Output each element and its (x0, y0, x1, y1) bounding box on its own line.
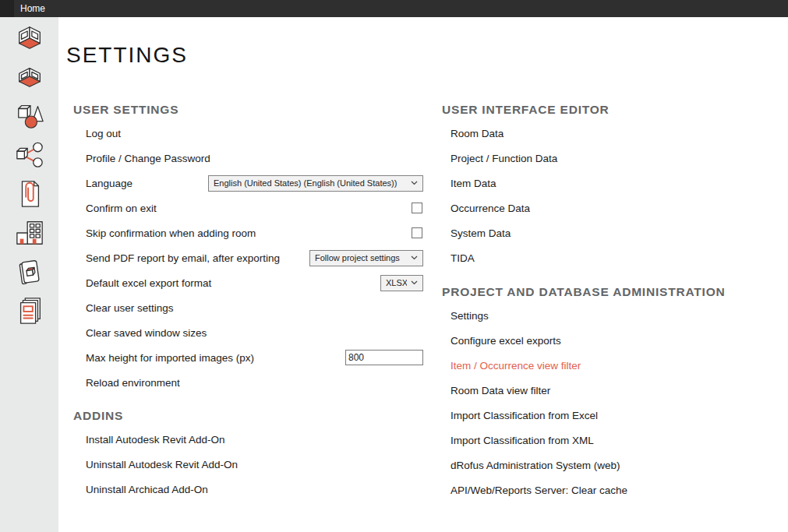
sidebar (0, 17, 58, 532)
max-height-label: Max height for imported images (px) (86, 352, 254, 364)
product-catalog-icon (15, 257, 44, 287)
sidebar-item-room-data[interactable] (12, 23, 47, 53)
item-occurrence-view-filter-link[interactable]: Item / Occurrence view filter (451, 360, 581, 372)
confirm-on-exit-label: Confirm on exit (86, 203, 157, 214)
chevron-down-icon (411, 255, 418, 260)
language-select[interactable]: English (United States) (English (United… (208, 175, 423, 192)
systems-icon (15, 140, 44, 170)
language-label: Language (86, 178, 133, 189)
import-classification-excel-link[interactable]: Import Classification from Excel (451, 410, 598, 421)
import-classification-xml-link[interactable]: Import Classification from XML (451, 435, 594, 446)
page-title: SETTINGS (66, 43, 188, 68)
home-menu-item[interactable]: Home (16, 3, 50, 14)
sidebar-item-reports[interactable] (12, 296, 47, 326)
user-settings-heading: USER SETTINGS (73, 98, 423, 121)
default-excel-format-select[interactable]: XLSX (380, 275, 423, 291)
chevron-down-icon (411, 181, 418, 185)
left-column: USER SETTINGS Log out Profile / Change P… (66, 98, 423, 502)
chevron-down-icon (411, 280, 418, 285)
drofus-admin-system-link[interactable]: dRofus Administration System (web) (451, 460, 620, 471)
room-icon (15, 23, 44, 53)
main-content: SETTINGS USER SETTINGS Log out Profile /… (58, 17, 788, 532)
top-menu-bar: Home (0, 0, 788, 17)
send-pdf-report-label: Send PDF report by email, after exportin… (86, 252, 280, 264)
log-out-link[interactable]: Log out (86, 128, 121, 139)
sidebar-item-attachments[interactable] (12, 179, 47, 209)
configure-excel-exports-link[interactable]: Configure excel exports (451, 335, 561, 347)
admin-settings-link[interactable]: Settings (451, 310, 489, 322)
clear-user-settings-link[interactable]: Clear user settings (86, 302, 174, 314)
ui-editor-heading: USER INTERFACE EDITOR (442, 98, 782, 121)
skip-confirmation-label: Skip confirmation when adding room (86, 227, 256, 239)
admin-heading: PROJECT AND DATABASE ADMINISTRATION (442, 280, 782, 303)
uninstall-revit-addon-link[interactable]: Uninstall Autodesk Revit Add-On (86, 459, 238, 470)
items-icon (15, 101, 44, 131)
install-revit-addon-link[interactable]: Install Autodesk Revit Add-On (86, 434, 225, 446)
sidebar-item-systems[interactable] (12, 140, 47, 170)
item-data-link[interactable]: Item Data (451, 178, 496, 189)
attachment-icon (15, 179, 44, 209)
uninstall-archicad-addon-link[interactable]: Uninstall Archicad Add-On (86, 484, 208, 495)
building-icon (15, 218, 44, 248)
room-data-view-filter-link[interactable]: Room Data view filter (451, 385, 550, 396)
max-height-input[interactable] (345, 350, 423, 365)
sidebar-item-functions[interactable] (12, 62, 47, 92)
reload-environment-link[interactable]: Reload environment (86, 377, 180, 389)
send-pdf-report-select[interactable]: Follow project settings (309, 250, 423, 266)
confirm-on-exit-checkbox[interactable] (412, 203, 422, 213)
topbar-corner (0, 0, 14, 17)
room-data-link[interactable]: Room Data (451, 128, 504, 139)
tida-link[interactable]: TIDA (451, 252, 475, 264)
skip-confirmation-checkbox[interactable] (412, 227, 422, 238)
system-data-link[interactable]: System Data (451, 227, 511, 239)
function-room-icon (15, 62, 44, 92)
project-function-data-link[interactable]: Project / Function Data (451, 153, 557, 164)
default-excel-format-label: Default excel export format (86, 277, 211, 289)
clear-saved-window-sizes-link[interactable]: Clear saved window sizes (86, 327, 207, 339)
occurrence-data-link[interactable]: Occurrence Data (451, 203, 530, 214)
sidebar-item-products[interactable] (12, 257, 47, 287)
sidebar-item-buildings[interactable] (12, 218, 47, 248)
clear-cache-link[interactable]: API/Web/Reports Server: Clear cache (451, 484, 627, 496)
profile-change-password-link[interactable]: Profile / Change Password (86, 153, 210, 164)
sidebar-item-items[interactable] (12, 101, 47, 131)
reports-icon (15, 296, 44, 326)
addins-heading: ADDINS (73, 404, 423, 427)
right-column: USER INTERFACE EDITOR Room Data Project … (442, 98, 782, 502)
